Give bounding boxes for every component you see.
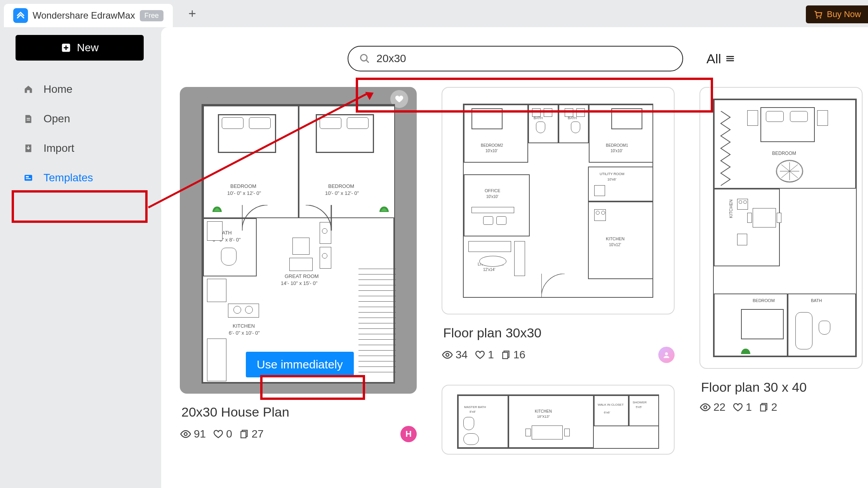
sidebar-item-templates[interactable]: Templates bbox=[16, 163, 146, 193]
svg-rect-6 bbox=[26, 176, 29, 177]
template-card[interactable]: BATH BATH BEDROOM2 10'x10' BEDROOM1 10'x… bbox=[442, 87, 675, 455]
titlebar: Wondershare EdrawMax Free Buy Now bbox=[0, 0, 868, 27]
room-dims: 18"X13" bbox=[537, 415, 550, 419]
room-label: BEDROOM1 bbox=[606, 143, 628, 148]
cart-icon bbox=[813, 9, 823, 19]
copy-icon bbox=[759, 402, 769, 413]
rug-icon bbox=[776, 160, 803, 182]
plant-icon bbox=[739, 344, 753, 356]
buy-now-label: Buy Now bbox=[827, 9, 861, 19]
sidebar-item-home[interactable]: Home bbox=[16, 75, 146, 104]
room-label: BATH bbox=[811, 298, 822, 303]
template-title: Floor plan 30 x 40 bbox=[701, 380, 863, 395]
template-thumbnail[interactable]: BEDROOM 10'- 0" x 12'- 0" BEDROOM 10'- 0… bbox=[180, 87, 417, 394]
template-stats: 91 0 27 H bbox=[180, 426, 417, 442]
svg-point-20 bbox=[704, 406, 707, 409]
free-badge: Free bbox=[140, 10, 164, 21]
room-label: UTILITY ROOM bbox=[600, 172, 624, 176]
template-stats: 34 1 16 bbox=[442, 347, 675, 363]
menu-icon bbox=[725, 54, 735, 64]
room-dims: 10'x10' bbox=[611, 149, 623, 153]
room-label: KITCHEN bbox=[729, 200, 734, 218]
template-stats: 22 1 2 bbox=[699, 401, 863, 413]
floorplan-sketch: BATH BATH BEDROOM2 10'x10' BEDROOM1 10'x… bbox=[463, 104, 653, 298]
svg-rect-17 bbox=[503, 353, 508, 359]
likes-count: 0 bbox=[226, 428, 232, 440]
room-dims: 10'x10' bbox=[486, 195, 498, 199]
door-arc-icon bbox=[541, 274, 569, 298]
copy-icon bbox=[239, 429, 249, 439]
heart-icon bbox=[732, 402, 743, 413]
new-label: New bbox=[77, 42, 99, 54]
sidebar: New Home Open Import Templates bbox=[0, 27, 161, 488]
sidebar-item-open[interactable]: Open bbox=[16, 104, 146, 134]
room-dims: 8'x8' bbox=[470, 410, 476, 414]
app-logo-icon bbox=[13, 8, 28, 23]
sidebar-item-import[interactable]: Import bbox=[16, 134, 146, 163]
template-title: Floor plan 30x30 bbox=[443, 325, 675, 340]
copies-count: 16 bbox=[513, 349, 525, 361]
user-icon bbox=[662, 351, 671, 359]
search-box[interactable] bbox=[348, 46, 683, 71]
room-label: BEDROOM2 bbox=[481, 143, 503, 148]
room-dims: 10'x6' bbox=[607, 177, 616, 182]
filter-all-button[interactable]: All bbox=[706, 51, 735, 66]
eye-icon bbox=[699, 401, 711, 413]
sidebar-item-label: Home bbox=[43, 83, 73, 96]
plant-icon bbox=[210, 202, 224, 214]
heart-icon bbox=[475, 349, 485, 360]
closet-icon bbox=[718, 111, 733, 189]
floorplan-sketch: MASTER BATH 8'x8' KITCHEN 18"X13" WALK I… bbox=[457, 394, 659, 449]
sidebar-item-label: Templates bbox=[43, 172, 93, 184]
room-dims: 10'- 0" x 12'- 0" bbox=[325, 190, 359, 196]
use-label: Use immediately bbox=[257, 358, 343, 371]
room-dims: 10'x10' bbox=[485, 149, 497, 153]
file-icon bbox=[23, 113, 34, 125]
room-label: BATH bbox=[568, 116, 577, 120]
svg-point-11 bbox=[184, 432, 187, 436]
author-avatar[interactable] bbox=[658, 347, 675, 363]
room-dims: 5'x5' bbox=[636, 405, 642, 409]
room-label: BEDROOM bbox=[328, 183, 354, 189]
room-label: WALK IN CLOSET bbox=[598, 403, 624, 407]
floorplan-sketch: BEDROOM 10'- 0" x 12'- 0" BEDROOM 10'- 0… bbox=[202, 104, 395, 384]
template-thumbnail[interactable]: BATH BATH BEDROOM2 10'x10' BEDROOM1 10'x… bbox=[442, 87, 675, 314]
author-avatar[interactable]: H bbox=[400, 426, 417, 442]
all-label: All bbox=[706, 51, 721, 66]
template-thumbnail[interactable]: MASTER BATH 8'x8' KITCHEN 18"X13" WALK I… bbox=[442, 385, 675, 455]
import-icon bbox=[23, 142, 34, 154]
room-label: BEDROOM bbox=[230, 183, 256, 189]
likes-count: 1 bbox=[488, 349, 494, 361]
app-title: Wondershare EdrawMax bbox=[33, 10, 135, 21]
sidebar-item-label: Open bbox=[43, 113, 70, 125]
template-thumbnail[interactable]: BEDROOM KITCHEN bbox=[699, 87, 863, 369]
door-arc-icon bbox=[306, 205, 337, 232]
template-title: 20x30 House Plan bbox=[181, 405, 417, 420]
likes-count: 1 bbox=[746, 401, 752, 413]
svg-rect-7 bbox=[26, 178, 31, 179]
room-label: MASTER BATH bbox=[464, 405, 486, 409]
template-card[interactable]: BEDROOM 10'- 0" x 12'- 0" BEDROOM 10'- 0… bbox=[180, 87, 417, 455]
room-dims: 12'x14' bbox=[483, 267, 495, 272]
buy-now-button[interactable]: Buy Now bbox=[806, 5, 868, 23]
svg-rect-5 bbox=[24, 175, 32, 181]
content-area: All bbox=[161, 27, 868, 488]
use-immediately-button[interactable]: Use immediately bbox=[246, 352, 354, 377]
app-tab[interactable]: Wondershare EdrawMax Free bbox=[4, 4, 173, 27]
search-icon bbox=[359, 53, 370, 64]
svg-rect-22 bbox=[760, 405, 765, 411]
views-count: 91 bbox=[194, 428, 206, 440]
room-dims: 10'- 0" x 12'- 0" bbox=[227, 190, 261, 196]
svg-point-0 bbox=[816, 17, 818, 19]
svg-rect-13 bbox=[241, 432, 246, 438]
new-tab-button[interactable] bbox=[184, 5, 201, 22]
plant-icon bbox=[377, 202, 391, 214]
sidebar-item-label: Import bbox=[43, 142, 74, 155]
search-input[interactable] bbox=[376, 52, 671, 65]
heart-icon bbox=[213, 429, 224, 439]
template-card[interactable]: BEDROOM KITCHEN bbox=[699, 87, 863, 455]
eye-icon bbox=[180, 428, 191, 440]
new-button[interactable]: New bbox=[16, 35, 144, 61]
svg-point-18 bbox=[665, 353, 668, 355]
room-label: BEDROOM bbox=[753, 298, 775, 303]
